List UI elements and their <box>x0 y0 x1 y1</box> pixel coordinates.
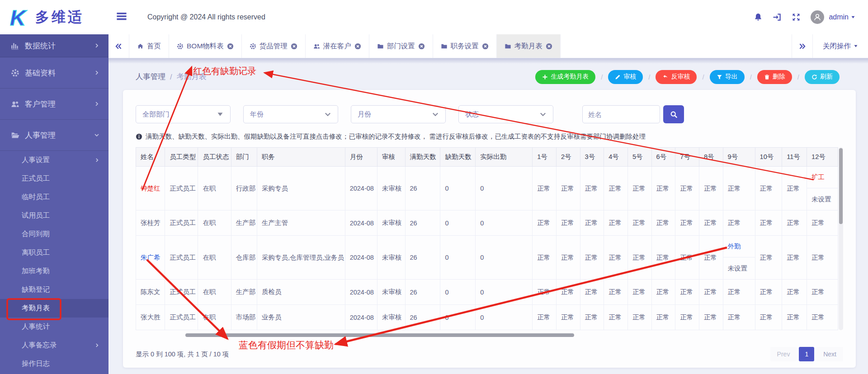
tab-close-icon[interactable] <box>482 43 489 50</box>
filter-select-月份[interactable]: 月份 <box>351 105 446 123</box>
user-menu[interactable]: admin <box>829 13 855 21</box>
tabs-scroll-left-button[interactable] <box>108 34 129 58</box>
sidebar-subitem-离职员工[interactable]: 离职员工 <box>0 243 108 262</box>
day-cell-9号[interactable]: 正常 <box>723 167 755 210</box>
day-cell-9号[interactable]: 正常 <box>723 305 755 330</box>
tab-close-icon[interactable] <box>546 43 552 50</box>
bell-icon[interactable] <box>754 13 763 22</box>
day-cell-6号[interactable]: 正常 <box>651 210 675 236</box>
day-cell-7号[interactable]: 正常 <box>675 280 699 305</box>
filter-select-全部部门[interactable]: 全部部门 <box>136 105 231 123</box>
day-cell-11号[interactable]: 正常 <box>782 210 807 236</box>
day-cell-1号[interactable]: 正常 <box>533 280 557 305</box>
day-cell-10号[interactable]: 正常 <box>755 167 782 210</box>
day-cell-4号[interactable]: 正常 <box>604 305 628 330</box>
hamburger-icon[interactable] <box>116 10 127 24</box>
day-cell-2号[interactable]: 正常 <box>556 280 580 305</box>
reverse-audit-button[interactable]: 反审核 <box>656 70 697 84</box>
day-cell-10号[interactable]: 正常 <box>755 236 782 280</box>
day-cell-3号[interactable]: 正常 <box>580 236 604 280</box>
cell-absent-days[interactable]: 0 <box>440 210 476 236</box>
day-cell-12号[interactable]: 正常 <box>807 280 838 305</box>
day-cell-8号[interactable]: 正常 <box>699 236 723 280</box>
day-cell-7号[interactable]: 正常 <box>675 305 699 330</box>
day-cell-3号[interactable]: 正常 <box>580 210 604 236</box>
prev-page-button[interactable]: Prev <box>770 347 797 361</box>
day-cell-5号[interactable]: 正常 <box>627 167 651 210</box>
filter-select-状态[interactable]: 状态 <box>458 105 553 123</box>
day-cell-9号[interactable]: 正常 <box>723 210 755 236</box>
app-logo[interactable]: K 多维适 <box>0 5 108 29</box>
day-cell-7号[interactable]: 正常 <box>675 210 699 236</box>
tab-close-icon[interactable] <box>227 43 234 50</box>
sidebar-subitem-缺勤登记[interactable]: 缺勤登记 <box>0 280 108 299</box>
day-cell-9号[interactable]: 正常 <box>723 280 755 305</box>
close-operations-dropdown[interactable]: 关闭操作 <box>812 34 868 58</box>
day-cell-6号[interactable]: 正常 <box>651 280 675 305</box>
page-1-button[interactable]: 1 <box>799 347 814 361</box>
day-cell-9号[interactable]: 外勤未设置 <box>723 236 755 280</box>
day-cell-2号[interactable]: 正常 <box>556 305 580 330</box>
day-cell-1号[interactable]: 正常 <box>533 236 557 280</box>
tab-close-icon[interactable] <box>291 43 297 50</box>
filter-select-年份[interactable]: 年份 <box>243 105 338 123</box>
day-cell-2号[interactable]: 正常 <box>556 210 580 236</box>
cell-name[interactable]: 朱广希 <box>136 236 165 280</box>
day-cell-8号[interactable]: 正常 <box>699 280 723 305</box>
day-status-top[interactable]: 扩工 <box>807 167 838 188</box>
day-cell-11号[interactable]: 正常 <box>782 280 807 305</box>
sidebar-subitem-人事设置[interactable]: 人事设置 <box>0 151 108 169</box>
day-cell-5号[interactable]: 正常 <box>627 210 651 236</box>
sidebar-subitem-人事统计[interactable]: 人事统计 <box>0 318 108 336</box>
horizontal-scrollbar-thumb[interactable] <box>185 333 574 337</box>
day-cell-4号[interactable]: 正常 <box>604 280 628 305</box>
day-cell-12号[interactable]: 正常 <box>807 210 838 236</box>
day-cell-8号[interactable]: 正常 <box>699 167 723 210</box>
tab-货品管理[interactable]: 货品管理 <box>242 34 306 58</box>
cell-actual[interactable]: 0 <box>476 236 533 280</box>
tab-部门设置[interactable]: 部门设置 <box>369 34 433 58</box>
sidebar-item-客户管理[interactable]: 客户管理 <box>0 89 108 120</box>
name-search-input[interactable] <box>582 105 660 123</box>
tabs-scroll-right-button[interactable] <box>792 34 812 58</box>
day-cell-3号[interactable]: 正常 <box>580 305 604 330</box>
sidebar-item-数据统计[interactable]: 数据统计 <box>0 34 108 57</box>
cell-full-days[interactable]: 26 <box>405 236 440 280</box>
day-cell-5号[interactable]: 正常 <box>627 305 651 330</box>
cell-full-days[interactable]: 26 <box>405 167 440 210</box>
cell-actual[interactable]: 0 <box>476 280 533 305</box>
day-status-bottom[interactable]: 未设置 <box>807 188 838 210</box>
next-page-button[interactable]: Next <box>816 347 843 361</box>
cell-name[interactable]: 张大胜 <box>136 305 165 330</box>
cell-name[interactable]: 张桂芳 <box>136 210 165 236</box>
day-cell-12号[interactable]: 扩工未设置 <box>807 167 838 210</box>
day-cell-5号[interactable]: 正常 <box>627 280 651 305</box>
logout-icon[interactable] <box>773 13 782 22</box>
day-cell-1号[interactable]: 正常 <box>533 305 557 330</box>
sidebar-subitem-临时员工[interactable]: 临时员工 <box>0 188 108 206</box>
sidebar-item-人事管理[interactable]: 人事管理 <box>0 120 108 151</box>
cell-actual[interactable]: 0 <box>476 305 533 330</box>
search-button[interactable] <box>663 105 684 123</box>
day-cell-11号[interactable]: 正常 <box>782 305 807 330</box>
audit-button[interactable]: 审核 <box>608 70 643 84</box>
day-cell-1号[interactable]: 正常 <box>533 210 557 236</box>
day-cell-1号[interactable]: 正常 <box>533 167 557 210</box>
cell-actual[interactable]: 0 <box>476 167 533 210</box>
day-cell-8号[interactable]: 正常 <box>699 305 723 330</box>
day-cell-4号[interactable]: 正常 <box>604 236 628 280</box>
day-status-top[interactable]: 外勤 <box>723 236 755 257</box>
day-cell-3号[interactable]: 正常 <box>580 280 604 305</box>
vertical-scrollbar-thumb[interactable] <box>839 148 843 224</box>
refresh-button[interactable]: 刷新 <box>805 70 840 84</box>
tab-职务设置[interactable]: 职务设置 <box>433 34 497 58</box>
tab-考勤月表[interactable]: 考勤月表 <box>497 34 561 58</box>
cell-absent-days[interactable]: 0 <box>440 236 476 280</box>
tab-潜在客户[interactable]: 潜在客户 <box>306 34 369 58</box>
cell-full-days[interactable]: 26 <box>405 280 440 305</box>
sidebar-subitem-考勤月表[interactable]: 考勤月表 <box>0 299 108 318</box>
cell-name[interactable]: 钟楚红 <box>136 167 165 210</box>
day-cell-6号[interactable]: 正常 <box>651 305 675 330</box>
day-cell-10号[interactable]: 正常 <box>755 305 782 330</box>
cell-absent-days[interactable]: 0 <box>440 305 476 330</box>
